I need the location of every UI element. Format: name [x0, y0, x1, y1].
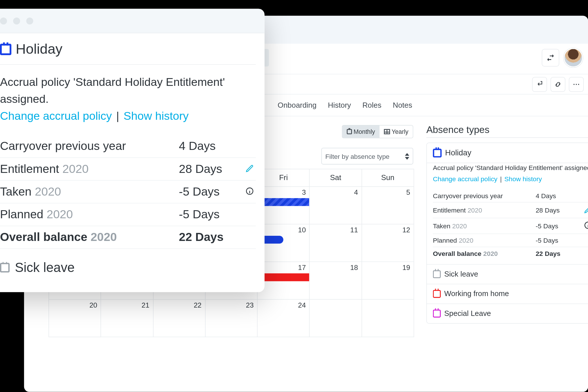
weekday-header: Fri — [258, 169, 310, 187]
tab-onboarding[interactable]: Onboarding — [278, 101, 316, 109]
link-icon-button[interactable] — [550, 77, 565, 92]
calendar-icon — [433, 290, 441, 298]
calendar-cell[interactable]: 10 — [258, 224, 310, 262]
calendar-icon — [0, 44, 11, 55]
balance-row: Taken 2020-5 Days — [0, 181, 256, 203]
absence-type-item[interactable]: Special Leave — [427, 303, 588, 323]
svg-point-2 — [578, 84, 579, 85]
absence-type-item[interactable]: Sick leave — [427, 264, 588, 284]
view-toggle: Monthly Yearly — [342, 125, 413, 138]
tab-history[interactable]: History — [328, 101, 351, 109]
window-chrome — [0, 9, 264, 33]
absence-filter-select[interactable]: Filter by absence type — [321, 148, 413, 165]
calendar-cell[interactable]: 12 — [362, 224, 414, 262]
grid-icon — [384, 129, 390, 134]
calendar-cell[interactable]: 21 — [101, 300, 153, 337]
calendar-icon — [433, 309, 441, 317]
balance-row: Entitlement 202028 Days — [0, 158, 256, 181]
sick-leave-section[interactable]: Sick leave — [0, 249, 256, 275]
svg-point-1 — [576, 84, 577, 85]
edit-icon[interactable] — [579, 205, 588, 215]
avatar[interactable] — [564, 48, 583, 67]
calendar-cell[interactable]: 4 — [310, 187, 362, 224]
toggle-monthly[interactable]: Monthly — [342, 125, 379, 138]
calendar-cell[interactable]: 18 — [310, 262, 362, 300]
weekday-header: Sun — [362, 169, 414, 187]
absence-types-heading: Absence types — [426, 124, 490, 136]
calendar-cell[interactable] — [310, 300, 362, 337]
calendar-icon — [0, 263, 10, 273]
absence-bar-holiday[interactable] — [258, 198, 309, 206]
holiday-section-title[interactable]: Holiday — [433, 148, 588, 157]
change-accrual-link[interactable]: Change accrual policy — [433, 175, 498, 182]
balance-row: Planned 2020-5 Days — [0, 203, 256, 226]
show-history-link[interactable]: Show history — [123, 109, 189, 123]
balance-row: Overall balance 202022 Days — [0, 226, 256, 249]
chevron-updown-icon — [405, 153, 409, 159]
traffic-light-icon[interactable] — [26, 17, 33, 24]
balance-row: Overall balance 202022 Days — [433, 246, 588, 260]
weekday-header: Sat — [310, 169, 362, 187]
more-icon-button[interactable] — [569, 77, 584, 92]
balance-row: Carryover previous year4 Days — [433, 189, 588, 202]
calendar-cell[interactable] — [362, 300, 414, 337]
tab-notes[interactable]: Notes — [393, 101, 412, 109]
svg-point-3 — [585, 222, 588, 228]
balance-row: Planned 2020-5 Days — [433, 233, 588, 246]
calendar-cell[interactable]: 11 — [310, 224, 362, 262]
calendar-cell[interactable]: 17 — [258, 262, 310, 300]
calendar-cell[interactable]: 22 — [153, 300, 206, 337]
toggle-yearly[interactable]: Yearly — [379, 125, 413, 138]
balance-row: Entitlement 202028 Days — [433, 202, 588, 218]
calendar-icon — [433, 270, 441, 278]
absence-types-panel: Holiday Accrual policy 'Standard Holiday… — [426, 142, 588, 323]
enter-icon-button[interactable] — [532, 77, 547, 92]
calendar-cell[interactable]: 24 — [258, 300, 310, 337]
edit-icon[interactable] — [244, 162, 256, 176]
calendar-icon — [347, 129, 352, 134]
calendar-cell[interactable]: 20 — [49, 300, 101, 337]
balance-row: Carryover previous year4 Days — [0, 135, 256, 158]
calendar-cell[interactable]: 19 — [362, 262, 414, 300]
accrual-assigned-text: Accrual policy 'Standard Holiday Entitle… — [427, 163, 588, 175]
accrual-links: Change accrual policy|Show history — [0, 108, 256, 123]
svg-point-0 — [573, 84, 575, 85]
accrual-assigned-text: Accrual policy 'Standard Holiday Entitle… — [0, 74, 256, 108]
absence-type-item[interactable]: Working from home — [427, 284, 588, 304]
traffic-light-icon[interactable] — [13, 17, 20, 24]
calendar-cell[interactable]: 5 — [362, 187, 414, 224]
tab-roles[interactable]: Roles — [362, 101, 381, 109]
absence-bar-sick[interactable] — [258, 273, 309, 281]
calendar-cell[interactable]: 3 — [258, 187, 310, 224]
calendar-icon — [433, 148, 442, 157]
accrual-links: Change accrual policy|Show history — [427, 175, 588, 186]
holiday-title: Holiday — [0, 41, 256, 65]
detail-window: Holiday Accrual policy 'Standard Holiday… — [0, 9, 264, 292]
info-icon[interactable] — [244, 185, 256, 198]
show-history-link[interactable]: Show history — [504, 175, 542, 182]
traffic-light-icon[interactable] — [0, 17, 7, 24]
route-icon-button[interactable] — [542, 49, 559, 67]
calendar-cell[interactable]: 23 — [206, 300, 258, 337]
info-icon[interactable] — [579, 221, 588, 231]
change-accrual-link[interactable]: Change accrual policy — [0, 109, 112, 123]
balance-row: Taken 2020-5 Days — [433, 218, 588, 233]
